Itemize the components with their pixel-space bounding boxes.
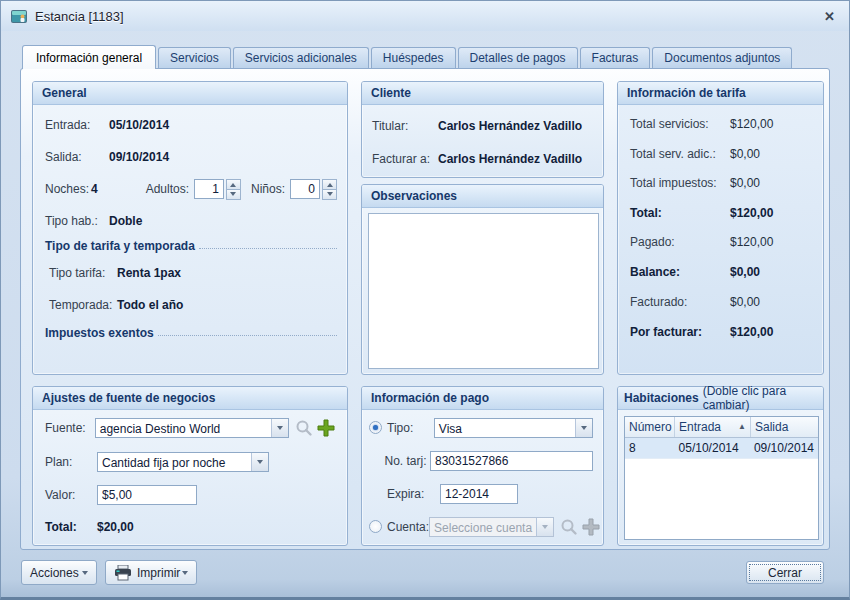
chevron-down-icon — [182, 571, 188, 578]
tarifa-por-facturar-value: $120,00 — [730, 325, 773, 339]
impuestos-exentos-section-title: Impuestos exentos — [45, 326, 154, 340]
habitaciones-title: Habitaciones — [624, 391, 699, 405]
expira-label: Expira: — [387, 487, 440, 501]
habitacion-row[interactable]: 8 05/10/2014 09/10/2014 — [625, 438, 818, 459]
valor-input[interactable] — [97, 485, 197, 505]
column-header-numero[interactable]: Número — [625, 417, 675, 437]
cuenta-combobox[interactable]: Seleccione cuenta — [429, 517, 554, 537]
adultos-label: Adultos: — [146, 182, 189, 196]
ninos-input[interactable] — [290, 179, 320, 199]
tab-servicios[interactable]: Servicios — [158, 47, 231, 68]
divider — [158, 335, 337, 336]
habitaciones-subtitle: (Doble clic para cambiar) — [703, 384, 817, 412]
cerrar-button[interactable]: Cerrar — [746, 561, 824, 584]
chevron-down-icon[interactable] — [271, 419, 288, 437]
groupbox-informacion-tarifa: Información de tarifa Total servicios: $… — [617, 81, 824, 375]
divider — [199, 248, 337, 249]
habitacion-numero: 8 — [625, 438, 675, 458]
estancia-dialog: Estancia [1183] ✕ Información general Se… — [0, 0, 850, 600]
tarifa-balance-label: Balance: — [630, 265, 730, 279]
acciones-button-label: Acciones — [30, 566, 79, 580]
tipo-combobox-value: Visa — [435, 419, 575, 437]
groupbox-cliente: Cliente Titular: Carlos Hernández Vadill… — [361, 81, 604, 178]
chevron-down-icon[interactable] — [575, 419, 592, 437]
tipo-combobox[interactable]: Visa — [434, 418, 593, 438]
tarifa-total-label: Total: — [630, 206, 730, 220]
cuenta-radio[interactable] — [369, 520, 382, 533]
imprimir-button[interactable]: Imprimir — [105, 560, 197, 585]
groupbox-habitaciones: Habitaciones (Doble clic para cambiar) N… — [617, 386, 824, 546]
fuente-total-value: $20,00 — [97, 520, 134, 534]
sort-asc-icon: ▲ — [738, 420, 746, 431]
ninos-label: Niños: — [251, 182, 285, 196]
tarifa-row-label: Total impuestos: — [630, 176, 730, 190]
no-tarj-label: No. tarj: — [384, 454, 430, 468]
observaciones-title: Observaciones — [371, 189, 457, 203]
tab-detalles-de-pagos[interactable]: Detalles de pagos — [458, 47, 578, 68]
window-title: Estancia [1183] — [35, 9, 124, 24]
tarifa-row-value: $0,00 — [730, 295, 760, 309]
valor-label: Valor: — [45, 488, 97, 502]
tarifa-total-value: $120,00 — [730, 206, 773, 220]
expira-input[interactable] — [440, 484, 518, 504]
tarifa-row-label: Facturado: — [630, 295, 730, 309]
tarifa-row-label: Total servicios: — [630, 117, 730, 131]
informacion-tarifa-title: Información de tarifa — [627, 86, 746, 100]
imprimir-button-label: Imprimir — [137, 566, 180, 580]
tab-informacion-general[interactable]: Información general — [22, 45, 156, 69]
adultos-input[interactable] — [194, 179, 224, 199]
noches-value: 4 — [91, 182, 98, 196]
habitaciones-table-header: Número Entrada▲ Salida — [625, 417, 818, 438]
fuente-combobox[interactable]: agencia Destino World — [95, 418, 289, 438]
habitacion-entrada: 05/10/2014 — [675, 438, 750, 458]
facturar-a-value: Carlos Hernández Vadillo — [438, 152, 582, 166]
tarifa-row-label: Pagado: — [630, 235, 730, 249]
tab-documentos-adjuntos[interactable]: Documentos adjuntos — [652, 47, 792, 68]
temporada-label: Temporada: — [49, 298, 117, 312]
column-header-entrada[interactable]: Entrada▲ — [675, 417, 751, 437]
tab-bar: Información general Servicios Servicios … — [22, 45, 794, 68]
tarifa-row-label: Total serv. adic.: — [630, 147, 730, 161]
plan-combobox-value: Cantidad fija por noche — [98, 453, 251, 471]
tipo-radio[interactable] — [369, 421, 382, 434]
chevron-down-icon[interactable] — [536, 518, 553, 536]
column-header-salida[interactable]: Salida — [751, 417, 818, 437]
groupbox-general: General Entrada: 05/10/2014 Salida: 09/1… — [32, 81, 348, 375]
adultos-spin-up-icon[interactable] — [226, 179, 241, 190]
fuente-add-icon[interactable] — [315, 417, 337, 439]
plan-label: Plan: — [45, 455, 97, 469]
chevron-down-icon[interactable] — [251, 453, 268, 471]
cuenta-search-icon[interactable] — [558, 516, 580, 538]
groupbox-informacion-pago: Información de pago Tipo: Visa No. tarj:… — [361, 386, 604, 546]
tarifa-row-value: $0,00 — [730, 147, 760, 161]
fuente-label: Fuente: — [45, 421, 95, 435]
titlebar: Estancia [1183] ✕ — [1, 1, 849, 31]
tarifa-row-value: $120,00 — [730, 117, 773, 131]
acciones-button[interactable]: Acciones — [21, 560, 97, 585]
tarifa-balance-value: $0,00 — [730, 265, 760, 279]
noches-label: Noches: — [45, 182, 91, 196]
plan-combobox[interactable]: Cantidad fija por noche — [97, 452, 269, 472]
close-icon[interactable]: ✕ — [820, 7, 839, 26]
cuenta-label: Cuenta: — [387, 520, 429, 534]
adultos-spin-down-icon[interactable] — [226, 190, 241, 200]
cliente-title: Cliente — [371, 86, 411, 100]
chevron-down-icon — [82, 571, 88, 578]
ninos-spin-down-icon[interactable] — [322, 190, 337, 200]
tab-facturas[interactable]: Facturas — [580, 47, 651, 68]
fuente-search-icon[interactable] — [293, 417, 315, 439]
printer-icon — [114, 565, 132, 581]
groupbox-observaciones: Observaciones — [361, 184, 604, 375]
cuenta-add-icon[interactable] — [580, 516, 602, 538]
ninos-spin-up-icon[interactable] — [322, 179, 337, 190]
facturar-a-label: Facturar a: — [372, 152, 438, 166]
tab-huespedes[interactable]: Huéspedes — [371, 47, 456, 68]
no-tarj-input[interactable] — [430, 451, 593, 471]
salida-value: 09/10/2014 — [109, 150, 169, 164]
tipo-tarifa-label: Tipo tarifa: — [49, 266, 117, 280]
habitaciones-table: Número Entrada▲ Salida 8 05/10/2014 09/1… — [624, 416, 819, 540]
observaciones-textarea[interactable] — [368, 213, 599, 369]
habitacion-salida: 09/10/2014 — [750, 438, 818, 458]
tab-servicios-adicionales[interactable]: Servicios adicionales — [233, 47, 369, 68]
ninos-stepper — [290, 179, 337, 199]
